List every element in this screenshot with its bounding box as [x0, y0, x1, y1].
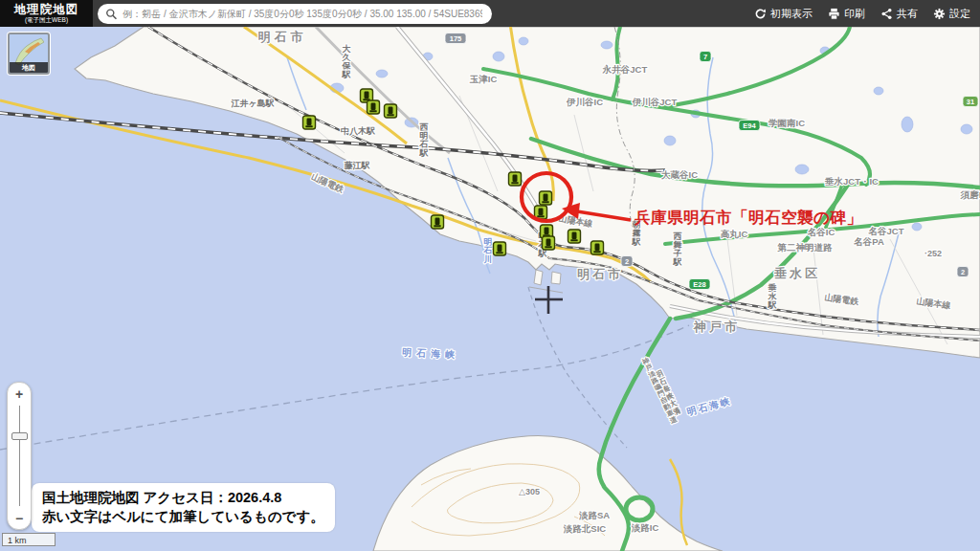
scale-bar: 1 km: [2, 533, 56, 546]
map-label: 明石川: [483, 237, 493, 264]
map-label: 西舞子駅: [673, 231, 683, 267]
map-label: 明石市: [258, 30, 307, 44]
route-badge-label: 31: [967, 98, 974, 106]
gsi-map-app: 1757E943122E28 明石市玉津IC永井谷JCT伊川谷IC伊川谷JCT学…: [0, 0, 980, 551]
map-label: 垂水区: [773, 266, 820, 280]
zoom-in-button[interactable]: +: [8, 387, 31, 401]
route-badge: 175: [445, 33, 466, 44]
map-label: 高丸IC: [721, 229, 748, 239]
map-canvas[interactable]: 1757E943122E28 明石市玉津IC永井谷JCT伊川谷IC伊川谷JCT学…: [0, 0, 980, 551]
layer-switcher-button[interactable]: 地図: [8, 33, 50, 75]
map-label: 永井谷JCT: [602, 64, 648, 75]
disaster-monument-marker-icon[interactable]: [385, 104, 397, 118]
map-label: 伊川谷IC: [566, 97, 603, 107]
disaster-monument-marker-icon[interactable]: [540, 191, 552, 205]
route-badge: 2: [957, 267, 969, 277]
route-badge: 2: [621, 256, 633, 267]
print-icon: [828, 8, 840, 20]
map-label: 中八木駅: [341, 126, 376, 136]
header-actions: 初期表示 印刷 共有: [754, 7, 980, 21]
route-badge: E28: [689, 279, 710, 290]
access-info-line1: 国土地理院地図 アクセス日：2026.4.8: [42, 488, 324, 507]
map-svg[interactable]: 1757E943122E28 明石市玉津IC永井谷JCT伊川谷IC伊川谷JCT学…: [0, 0, 980, 551]
disaster-monument-marker-icon[interactable]: [432, 215, 444, 229]
map-label: 淡路IC: [631, 522, 659, 533]
reset-view-button[interactable]: 初期表示: [754, 7, 813, 21]
map-label: 藤江駅: [344, 161, 371, 170]
route-badge: E94: [739, 121, 760, 131]
app-logo: 地理院地図 (電子国土WEB): [0, 0, 93, 27]
disaster-monument-marker-icon[interactable]: [303, 116, 316, 129]
map-label: 西明石駅: [419, 122, 430, 158]
refresh-icon: [754, 8, 767, 20]
settings-label: 設定: [949, 7, 970, 21]
route-badge: 31: [963, 97, 978, 107]
disaster-monument-marker-icon[interactable]: [509, 172, 522, 186]
zoom-out-button[interactable]: −: [8, 512, 31, 525]
route-badge: 7: [700, 52, 711, 62]
disaster-monument-marker-icon[interactable]: [368, 100, 380, 114]
map-label: 垂水JCT・IC: [824, 176, 879, 187]
app-header: 地理院地図 (電子国土WEB) 初期表示: [0, 0, 980, 27]
map-label: 伊川谷JCT: [632, 97, 678, 107]
app-title: 地理院地図: [0, 4, 93, 16]
map-label: 神戸市: [693, 320, 740, 334]
map-label: 学園南IC: [768, 118, 805, 128]
print-button[interactable]: 印刷: [828, 7, 865, 21]
disaster-monument-marker-icon[interactable]: [494, 242, 506, 255]
search-bar[interactable]: [98, 4, 492, 24]
map-label: 第二神明道路: [777, 242, 834, 253]
map-label: ·252: [924, 249, 942, 258]
search-input[interactable]: [121, 8, 484, 20]
map-label: 江井ヶ島駅: [230, 99, 275, 108]
zoom-slider-track[interactable]: [19, 406, 21, 506]
search-icon: [105, 8, 117, 20]
route-badge-label: 2: [961, 268, 965, 276]
reset-view-label: 初期表示: [770, 7, 813, 21]
access-info-box: 国土地理院地図 アクセス日：2026.4.8 赤い文字はベルにて加筆しているもの…: [32, 483, 335, 532]
disaster-monument-marker-icon[interactable]: [568, 230, 581, 243]
gear-icon: [933, 8, 946, 20]
map-label: 大久保駅: [342, 44, 352, 79]
map-label: 淡路北SIC: [563, 523, 606, 534]
map-label: 明石市: [577, 267, 623, 281]
settings-button[interactable]: 設定: [933, 7, 970, 21]
map-label: △305: [519, 487, 540, 496]
route-badge-label: E94: [743, 121, 756, 130]
app-subtitle: (電子国土WEB): [0, 17, 93, 24]
red-annotation-text: 兵庫県明石市「明石空襲の碑」: [635, 208, 862, 229]
disaster-monument-marker-icon[interactable]: [543, 236, 555, 250]
zoom-control: + −: [7, 382, 32, 530]
route-badge-label: 2: [625, 257, 629, 266]
share-label: 共有: [897, 7, 918, 21]
map-label: 垂水駅: [768, 283, 778, 310]
map-label: 大蔵谷IC: [661, 169, 698, 180]
map-label: 名谷PA: [853, 236, 884, 247]
share-button[interactable]: 共有: [880, 7, 918, 21]
share-icon: [880, 8, 893, 20]
map-label: 名谷JCT: [868, 226, 904, 236]
layer-switcher-label: 地図: [10, 62, 48, 73]
disaster-monument-marker-icon[interactable]: [591, 241, 604, 254]
route-badge-label: 7: [703, 53, 707, 61]
map-label: 玉津IC: [469, 74, 498, 84]
route-badge-label: 175: [450, 34, 462, 43]
zoom-slider-handle[interactable]: [11, 432, 28, 440]
map-label: 淡路SA: [578, 510, 610, 520]
access-info-line2: 赤い文字はベルにて加筆しているものです。: [42, 507, 324, 526]
route-badge-label: E28: [693, 280, 705, 289]
print-label: 印刷: [844, 7, 865, 21]
map-label: 須磨IC: [960, 189, 980, 200]
